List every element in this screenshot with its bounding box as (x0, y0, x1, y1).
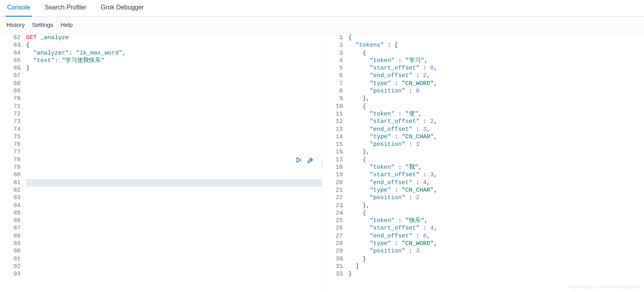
tab-grok-debugger[interactable]: Grok Debugger (99, 0, 146, 17)
response-gutter: 1234567891011121314151617181920212223242… (322, 34, 345, 292)
watermark-text: https://blog.csdn.net/haiming0415 (569, 284, 640, 290)
console-subbar: History Settings Help (0, 17, 644, 34)
tab-console[interactable]: Console (6, 0, 32, 17)
request-gutter: 6263646566676869707172737475767778798081… (0, 34, 23, 292)
request-pane: 6263646566676869707172737475767778798081… (0, 34, 322, 292)
response-pane: 1234567891011121314151617181920212223242… (322, 34, 644, 292)
svg-marker-0 (297, 158, 301, 162)
response-viewer[interactable]: 1234567891011121314151617181920212223242… (322, 34, 644, 292)
editor-panes: 6263646566676869707172737475767778798081… (0, 34, 644, 292)
wrench-icon[interactable] (307, 156, 314, 165)
help-link[interactable]: Help (61, 21, 73, 28)
run-icon[interactable] (295, 156, 302, 165)
response-code: { "tokens" : [ { "token" : "学习", "start_… (345, 34, 644, 292)
settings-link[interactable]: Settings (32, 21, 53, 28)
history-link[interactable]: History (6, 21, 25, 28)
request-code[interactable]: GET _analyze{ "analyzer": "ik_max_word",… (23, 34, 322, 292)
tab-search-profiler[interactable]: Search Profiler (43, 0, 88, 17)
main-tabs: Console Search Profiler Grok Debugger (0, 0, 644, 17)
request-editor[interactable]: 6263646566676869707172737475767778798081… (0, 34, 322, 292)
request-actions (295, 156, 314, 165)
